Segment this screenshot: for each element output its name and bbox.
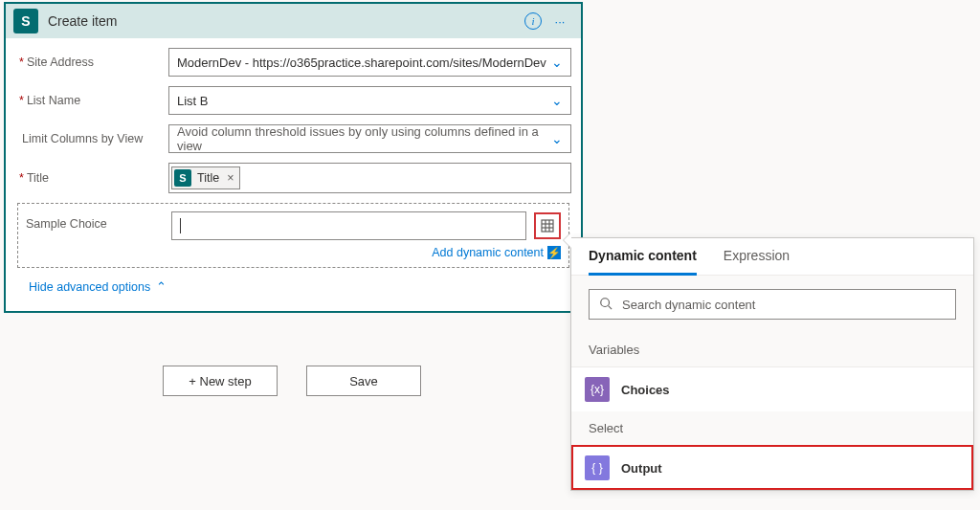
list-name-select[interactable]: List B ⌄ bbox=[168, 86, 571, 115]
svg-line-6 bbox=[609, 305, 612, 309]
new-step-button[interactable]: + New step bbox=[163, 366, 278, 396]
tab-dynamic-content[interactable]: Dynamic content bbox=[589, 248, 697, 276]
dynamic-item-choices[interactable]: {x} Choices bbox=[571, 366, 973, 411]
card-title: Create item bbox=[48, 13, 520, 29]
search-placeholder: Search dynamic content bbox=[622, 298, 755, 312]
variable-icon: {x} bbox=[585, 377, 610, 402]
select-icon: { } bbox=[585, 455, 610, 480]
save-button[interactable]: Save bbox=[306, 366, 421, 396]
action-card: S Create item i ··· Site Address ModernD… bbox=[4, 2, 583, 313]
site-address-select[interactable]: ModernDev - https://o365practice.sharepo… bbox=[168, 48, 571, 77]
chevron-down-icon: ⌄ bbox=[551, 93, 563, 108]
sample-choice-row: Sample Choice Add dynamic content⚡ bbox=[17, 203, 569, 268]
site-address-label: Site Address bbox=[15, 55, 168, 69]
flyout-tabs: Dynamic content Expression bbox=[571, 238, 973, 276]
add-dynamic-content-link[interactable]: Add dynamic content⚡ bbox=[171, 246, 561, 259]
sample-choice-label: Sample Choice bbox=[26, 211, 171, 231]
grid-icon bbox=[540, 218, 555, 233]
chevron-down-icon: ⌄ bbox=[551, 55, 563, 70]
card-body: Site Address ModernDev - https://o365pra… bbox=[6, 38, 581, 311]
footer-buttons: + New step Save bbox=[163, 366, 421, 396]
limit-columns-placeholder: Avoid column threshold issues by only us… bbox=[177, 124, 563, 153]
search-icon bbox=[599, 297, 612, 313]
list-name-value: List B bbox=[177, 94, 209, 108]
sharepoint-logo-icon: S bbox=[174, 169, 191, 187]
remove-token-icon[interactable]: × bbox=[227, 171, 234, 185]
dynamic-item-label: Choices bbox=[621, 383, 670, 397]
svg-rect-0 bbox=[542, 220, 553, 232]
sharepoint-logo-icon: S bbox=[13, 9, 38, 33]
list-name-row: List Name List B ⌄ bbox=[15, 86, 571, 115]
title-token[interactable]: S Title × bbox=[171, 166, 240, 189]
title-token-label: Title bbox=[197, 171, 219, 185]
card-header: S Create item i ··· bbox=[6, 4, 581, 38]
search-input[interactable]: Search dynamic content bbox=[589, 289, 956, 320]
site-address-row: Site Address ModernDev - https://o365pra… bbox=[15, 48, 571, 77]
svg-point-5 bbox=[601, 298, 610, 306]
chevron-down-icon: ⌄ bbox=[551, 131, 563, 146]
more-icon[interactable]: ··· bbox=[546, 8, 573, 34]
site-address-value: ModernDev - https://o365practice.sharepo… bbox=[177, 55, 546, 70]
limit-columns-select[interactable]: Avoid column threshold issues by only us… bbox=[168, 124, 571, 153]
hide-advanced-options-link[interactable]: Hide advanced options ⌃ bbox=[15, 268, 571, 307]
title-row: Title S Title × bbox=[15, 163, 571, 193]
group-variables: Variables bbox=[571, 333, 973, 366]
info-icon[interactable]: i bbox=[520, 8, 546, 34]
sample-choice-input[interactable] bbox=[171, 211, 526, 240]
dynamic-content-flyout: Dynamic content Expression Search dynami… bbox=[570, 237, 974, 491]
limit-columns-label: Limit Columns by View bbox=[15, 132, 168, 145]
title-input[interactable]: S Title × bbox=[168, 163, 571, 193]
array-picker-button[interactable] bbox=[534, 212, 561, 239]
tab-expression[interactable]: Expression bbox=[724, 248, 790, 275]
limit-columns-row: Limit Columns by View Avoid column thres… bbox=[15, 124, 571, 153]
group-select: Select bbox=[571, 411, 973, 445]
plus-icon: ⚡ bbox=[547, 246, 561, 259]
dynamic-item-label: Output bbox=[621, 461, 662, 476]
chevron-up-icon: ⌃ bbox=[156, 279, 167, 294]
title-label: Title bbox=[15, 171, 168, 185]
dynamic-item-output[interactable]: { } Output bbox=[571, 445, 973, 490]
list-name-label: List Name bbox=[15, 94, 168, 107]
